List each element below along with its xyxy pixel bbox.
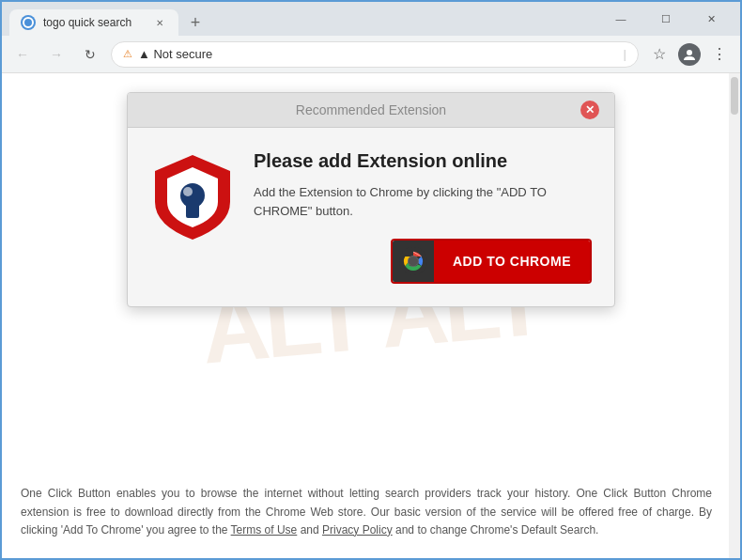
scrollbar-thumb[interactable] <box>731 77 738 115</box>
extension-dialog: Recommended Extension ✕ <box>127 92 615 307</box>
window-controls: — ☐ ✕ <box>599 6 733 32</box>
address-bar: ← → ↻ ⚠ ▲ Not secure | ☆ ⋮ <box>2 36 740 73</box>
close-button[interactable]: ✕ <box>689 6 733 32</box>
toolbar-icons: ☆ ⋮ <box>646 41 733 68</box>
scrollbar[interactable] <box>729 73 740 558</box>
security-icon: ⚠ <box>123 48 132 60</box>
dialog-text-area: Please add Extension online Add the Exte… <box>254 150 592 284</box>
tab-area: togo quick search ✕ + <box>9 2 595 36</box>
maximize-button[interactable]: ☐ <box>644 6 688 32</box>
add-to-chrome-label: ADD TO CHROME <box>434 241 590 282</box>
svg-rect-2 <box>186 203 199 218</box>
svg-point-7 <box>409 257 418 266</box>
active-tab[interactable]: togo quick search ✕ <box>9 9 178 36</box>
terms-of-use-link[interactable]: Terms of Use <box>231 523 298 537</box>
dialog-header: Recommended Extension ✕ <box>128 93 614 128</box>
chrome-logo-area <box>393 241 434 282</box>
svg-point-3 <box>183 187 193 196</box>
profile-button[interactable] <box>676 41 703 68</box>
dialog-description: Add the Extension to Chrome by clicking … <box>254 183 592 220</box>
bookmark-button[interactable]: ☆ <box>646 41 672 68</box>
profile-icon <box>678 43 701 66</box>
shield-icon-container <box>150 150 235 244</box>
tab-favicon <box>21 15 36 30</box>
tab-title: togo quick search <box>43 16 145 29</box>
shield-icon <box>150 150 235 244</box>
dialog-overlay: Recommended Extension ✕ <box>2 73 740 558</box>
forward-button[interactable]: → <box>43 41 70 68</box>
url-divider: | <box>624 47 626 61</box>
url-display: ▲ Not secure <box>138 47 618 61</box>
tab-close-button[interactable]: ✕ <box>152 15 167 30</box>
back-button[interactable]: ← <box>9 41 36 68</box>
add-to-chrome-button[interactable]: ADD TO CHROME <box>391 239 592 284</box>
page-footer-text: One Click Button enables you to browse t… <box>21 485 712 539</box>
dialog-body: Please add Extension online Add the Exte… <box>128 128 614 306</box>
refresh-button[interactable]: ↻ <box>77 41 103 68</box>
dialog-close-button[interactable]: ✕ <box>580 101 599 119</box>
chrome-logo-icon <box>399 247 427 275</box>
menu-button[interactable]: ⋮ <box>706 41 733 68</box>
dialog-header-title: Recommended Extension <box>162 102 580 117</box>
dialog-main-title: Please add Extension online <box>254 150 592 172</box>
omnibox[interactable]: ⚠ ▲ Not secure | <box>111 41 639 68</box>
new-tab-button[interactable]: + <box>182 9 209 36</box>
browser-frame: togo quick search ✕ + — ☐ ✕ ← → ↻ ⚠ ▲ No… <box>0 0 742 560</box>
page-content: ALT ALT Recommended Extension ✕ <box>2 73 740 558</box>
privacy-policy-link[interactable]: Privacy Policy <box>322 523 393 537</box>
minimize-button[interactable]: — <box>599 6 642 32</box>
title-bar: togo quick search ✕ + — ☐ ✕ <box>2 2 740 36</box>
svg-point-0 <box>687 50 692 55</box>
